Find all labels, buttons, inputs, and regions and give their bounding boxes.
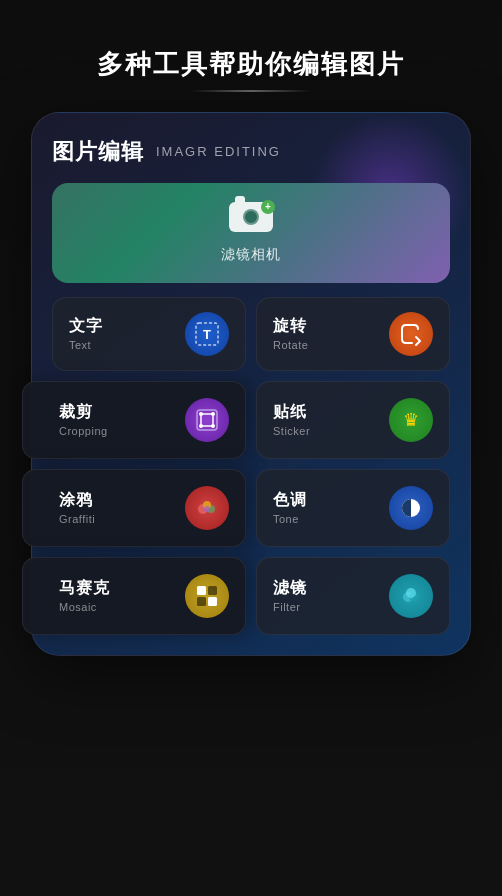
- tool-sticker-button[interactable]: 贴纸 Sticker ♛: [256, 381, 450, 459]
- svg-point-12: [204, 506, 210, 512]
- cropping-icon: [185, 398, 229, 442]
- camera-icon: +: [229, 202, 273, 238]
- svg-rect-17: [208, 597, 217, 606]
- tool-rotate-button[interactable]: 旋转 Rotate: [256, 297, 450, 371]
- tool-tone-zh: 色调: [273, 490, 307, 511]
- tool-text-button[interactable]: 文字 Text T: [52, 297, 246, 371]
- svg-point-7: [211, 424, 215, 428]
- tool-rotate-zh: 旋转: [273, 316, 307, 337]
- svg-rect-15: [208, 586, 217, 595]
- tool-filter-en: Filter: [273, 601, 300, 613]
- card-title-zh: 图片编辑: [52, 137, 144, 167]
- filter-icon: [389, 574, 433, 618]
- tool-sticker-en: Sticker: [273, 425, 310, 437]
- camera-label: 滤镜相机: [221, 246, 281, 264]
- svg-text:T: T: [203, 327, 211, 342]
- camera-plus-icon: +: [261, 200, 275, 214]
- page: 多种工具帮助你编辑图片 图片编辑 IMAGR EDITING + 滤镜相机: [0, 0, 502, 896]
- main-card: 图片编辑 IMAGR EDITING + 滤镜相机 文字 Text: [31, 112, 471, 656]
- card-title-en: IMAGR EDITING: [156, 144, 281, 159]
- svg-point-20: [406, 588, 416, 598]
- header-title: 多种工具帮助你编辑图片: [20, 48, 482, 82]
- card-title-row: 图片编辑 IMAGR EDITING: [52, 137, 450, 167]
- svg-rect-16: [197, 597, 206, 606]
- graffiti-icon: [185, 486, 229, 530]
- svg-point-6: [199, 424, 203, 428]
- tool-cropping-button[interactable]: 裁剪 Cropping: [22, 381, 246, 459]
- tool-graffiti-zh: 涂鸦: [59, 490, 93, 511]
- mosaic-icon: [185, 574, 229, 618]
- svg-point-5: [211, 412, 215, 416]
- svg-rect-3: [201, 414, 213, 426]
- header: 多种工具帮助你编辑图片: [0, 0, 502, 112]
- tone-icon: [389, 486, 433, 530]
- header-underline: [191, 90, 311, 92]
- tool-graffiti-en: Graffiti: [59, 513, 95, 525]
- tool-cropping-zh: 裁剪: [59, 402, 93, 423]
- tool-mosaic-en: Mosaic: [59, 601, 97, 613]
- rotate-icon: [389, 312, 433, 356]
- tools-grid: 文字 Text T 旋转 Rotate: [52, 297, 450, 635]
- tool-rotate-en: Rotate: [273, 339, 308, 351]
- tool-tone-en: Tone: [273, 513, 299, 525]
- svg-point-4: [199, 412, 203, 416]
- sticker-icon: ♛: [389, 398, 433, 442]
- text-icon: T: [185, 312, 229, 356]
- tool-filter-zh: 滤镜: [273, 578, 307, 599]
- tool-filter-button[interactable]: 滤镜 Filter: [256, 557, 450, 635]
- tool-tone-button[interactable]: 色调 Tone: [256, 469, 450, 547]
- tool-sticker-zh: 贴纸: [273, 402, 307, 423]
- tool-text-zh: 文字: [69, 316, 103, 337]
- tool-graffiti-button[interactable]: 涂鸦 Graffiti: [22, 469, 246, 547]
- svg-text:♛: ♛: [403, 410, 419, 430]
- camera-button[interactable]: + 滤镜相机: [52, 183, 450, 283]
- svg-rect-14: [197, 586, 206, 595]
- tool-mosaic-zh: 马赛克: [59, 578, 110, 599]
- tool-cropping-en: Cropping: [59, 425, 108, 437]
- tool-mosaic-button[interactable]: 马赛克 Mosaic: [22, 557, 246, 635]
- tool-text-en: Text: [69, 339, 91, 351]
